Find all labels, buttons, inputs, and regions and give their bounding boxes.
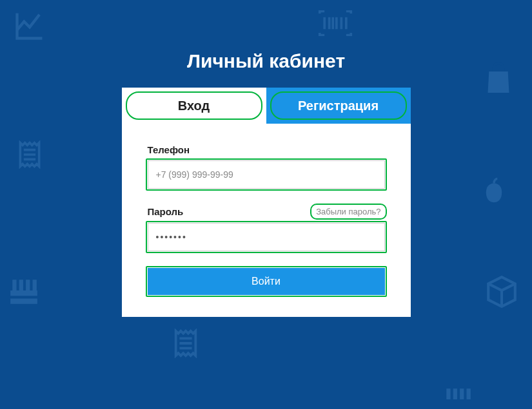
phone-label: Телефон <box>148 144 385 155</box>
chart-icon <box>13 9 46 43</box>
svg-rect-1 <box>10 299 37 304</box>
auth-tabs: Вход Регистрация <box>122 88 411 124</box>
login-button-label: Войти <box>251 276 281 287</box>
apple-icon <box>482 176 506 204</box>
tab-login-label: Вход <box>178 99 210 113</box>
password-input[interactable]: ••••••• <box>148 223 385 251</box>
tab-register[interactable]: Регистрация <box>266 88 411 124</box>
tab-login[interactable]: Вход <box>122 88 266 124</box>
login-form: Телефон Пароль Забыли пароль? ••••••• Во… <box>122 124 411 317</box>
page-title: Личный кабинет <box>0 0 532 88</box>
crate-icon-2 <box>442 383 474 409</box>
password-label: Пароль <box>148 206 184 217</box>
login-button[interactable]: Войти <box>148 268 385 295</box>
barcode-icon <box>317 10 353 36</box>
forgot-password-text: Забыли пароль? <box>316 207 380 216</box>
shopping-bag-icon <box>484 62 513 95</box>
forgot-password-link[interactable]: Забыли пароль? <box>312 205 384 218</box>
login-card: Вход Регистрация Телефон Пароль Забыли п… <box>122 88 411 317</box>
phone-input[interactable] <box>148 160 385 189</box>
svg-rect-0 <box>10 290 37 296</box>
receipt-icon <box>17 140 43 169</box>
box-icon <box>486 274 518 309</box>
crate-icon <box>8 274 40 307</box>
tab-register-label: Регистрация <box>298 99 379 113</box>
receipt-icon-2 <box>173 328 199 358</box>
